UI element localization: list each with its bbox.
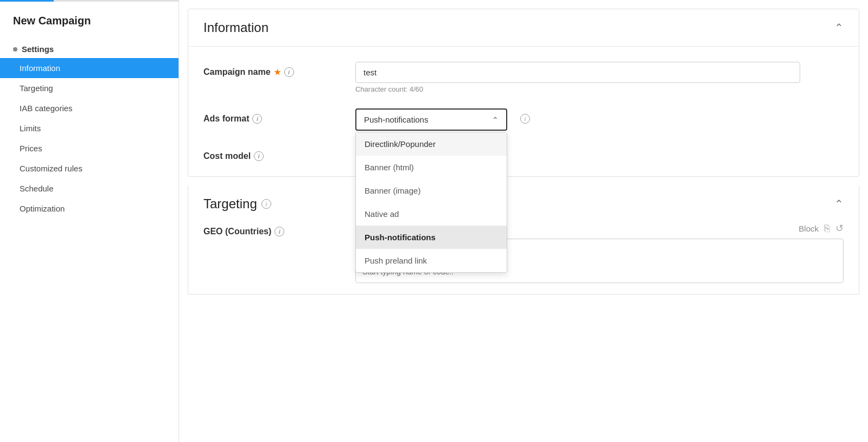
- sidebar-item-targeting[interactable]: Targeting: [0, 78, 178, 98]
- sidebar-item-information[interactable]: Information: [0, 58, 178, 78]
- ads-format-menu: Directlink/Popunder Banner (html) Banner…: [355, 132, 507, 273]
- sidebar-section-header: Settings: [0, 36, 178, 58]
- geo-label: GEO (Countries) i: [203, 222, 355, 236]
- geo-row: GEO (Countries) i Selected - 0 Block ⎘ ↺…: [188, 222, 859, 294]
- information-collapse-icon[interactable]: ⌃: [834, 21, 844, 34]
- settings-label: Settings: [22, 44, 54, 54]
- main-content: Information ⌃ Campaign name ★ i Characte…: [179, 0, 868, 442]
- campaign-name-label: Campaign name ★ i: [203, 62, 355, 77]
- campaign-name-input[interactable]: [355, 62, 800, 83]
- sidebar: New Campaign Settings Information Target…: [0, 0, 179, 442]
- campaign-name-row: Campaign name ★ i Character count: 4/60: [203, 62, 844, 93]
- sidebar-header: New Campaign: [0, 2, 178, 36]
- information-section: Information ⌃ Campaign name ★ i Characte…: [188, 9, 859, 177]
- ads-format-dropdown: Push-notifications ⌃ Directlink/Popunder…: [355, 108, 507, 131]
- sidebar-nav: Information Targeting IAB categories Lim…: [0, 58, 178, 219]
- sidebar-item-iab-categories[interactable]: IAB categories: [0, 98, 178, 118]
- sidebar-title: New Campaign: [13, 15, 91, 27]
- ads-format-label: Ads format i: [203, 108, 355, 124]
- sidebar-item-customized-rules[interactable]: Customized rules: [0, 158, 178, 178]
- settings-dot: [13, 47, 17, 52]
- required-star: ★: [274, 68, 281, 76]
- ads-format-control-wrap: Push-notifications ⌃ Directlink/Popunder…: [355, 108, 844, 131]
- ads-format-info-icon[interactable]: i: [252, 114, 262, 124]
- dropdown-item-banner-html[interactable]: Banner (html): [356, 156, 507, 179]
- ads-format-trigger[interactable]: Push-notifications ⌃: [355, 108, 507, 131]
- sidebar-item-schedule[interactable]: Schedule: [0, 178, 178, 198]
- targeting-section: Targeting i ⌃ GEO (Countries) i Selected…: [188, 185, 859, 294]
- information-title: Information: [203, 20, 269, 35]
- geo-info-icon[interactable]: i: [275, 227, 284, 236]
- information-body: Campaign name ★ i Character count: 4/60 …: [188, 47, 859, 176]
- campaign-name-info-icon[interactable]: i: [284, 67, 294, 77]
- char-count: Character count: 4/60: [355, 85, 844, 93]
- information-header: Information ⌃: [188, 9, 859, 47]
- geo-actions: Block ⎘ ↺: [799, 222, 844, 234]
- ads-format-row: Ads format i Push-notifications ⌃ Direct…: [203, 108, 844, 131]
- campaign-name-input-wrap: Character count: 4/60: [355, 62, 844, 93]
- ads-format-chevron-icon: ⌃: [492, 116, 499, 124]
- dropdown-item-native-ad[interactable]: Native ad: [356, 202, 507, 226]
- dropdown-item-banner-image[interactable]: Banner (image): [356, 179, 507, 202]
- ads-format-extra-info-icon[interactable]: i: [520, 114, 530, 124]
- targeting-info-icon[interactable]: i: [261, 199, 271, 209]
- sidebar-item-prices[interactable]: Prices: [0, 138, 178, 158]
- targeting-title: Targeting i: [203, 196, 271, 212]
- cost-model-info-icon[interactable]: i: [254, 151, 264, 161]
- refresh-icon[interactable]: ↺: [835, 222, 844, 234]
- sidebar-item-optimization[interactable]: Optimization: [0, 198, 178, 219]
- targeting-collapse-icon[interactable]: ⌃: [834, 197, 844, 210]
- ads-format-selected-label: Push-notifications: [364, 115, 428, 124]
- cost-model-label: Cost model i: [203, 146, 355, 161]
- sidebar-item-limits[interactable]: Limits: [0, 118, 178, 138]
- block-label: Block: [799, 224, 819, 233]
- cost-model-row: Cost model i: [203, 146, 844, 161]
- targeting-header: Targeting i ⌃: [188, 185, 859, 222]
- dropdown-item-push-preland-link[interactable]: Push preland link: [356, 249, 507, 272]
- dropdown-item-directlink[interactable]: Directlink/Popunder: [356, 132, 507, 156]
- copy-icon[interactable]: ⎘: [824, 223, 830, 234]
- dropdown-item-push-notifications[interactable]: Push-notifications: [356, 226, 507, 249]
